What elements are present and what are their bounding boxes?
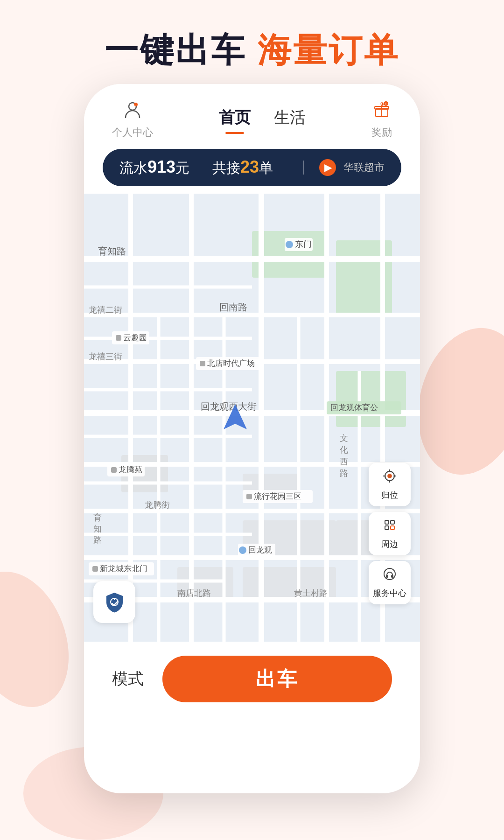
service-label: 服务中心 (373, 588, 406, 599)
svg-text:流行花园三区: 流行花园三区 (254, 492, 301, 501)
svg-text:回龙观: 回龙观 (248, 546, 272, 554)
stats-arrow[interactable]: ▶ (319, 159, 336, 176)
person-icon: + (124, 101, 141, 123)
svg-text:化: 化 (340, 445, 348, 455)
svg-text:文: 文 (340, 434, 348, 443)
tab-life-underline (280, 132, 299, 134)
personal-label: 个人中心 (112, 126, 153, 140)
svg-point-72 (239, 546, 246, 554)
svg-rect-92 (386, 575, 388, 578)
tab-home[interactable]: 首页 (219, 107, 251, 134)
nav-tabs: 首页 生活 (219, 107, 306, 134)
svg-rect-87 (385, 520, 389, 524)
title-orange: 海量订单 (258, 31, 399, 69)
svg-rect-51 (200, 361, 205, 366)
stats-divider (303, 161, 304, 175)
bottom-bar: 模式 出车 (84, 642, 420, 716)
svg-rect-88 (391, 520, 394, 524)
svg-marker-79 (224, 404, 247, 429)
map-side-buttons: 归位 周边 (369, 463, 411, 604)
svg-rect-48 (116, 335, 121, 341)
nearby-label: 周边 (381, 539, 398, 550)
svg-text:黄土村路: 黄土村路 (294, 588, 328, 598)
map-area: 育知路 回南路 东门 龙禧二街 云趣园 北店时代广场 龙禧三街 回龙观西大街 回… (84, 194, 420, 642)
svg-text:新龙城东北门: 新龙城东北门 (100, 564, 147, 573)
svg-rect-10 (336, 371, 406, 427)
reward-label: 奖励 (371, 126, 392, 140)
svg-text:+: + (134, 104, 136, 106)
tab-life[interactable]: 生活 (274, 107, 306, 134)
svg-text:龙腾街: 龙腾街 (145, 500, 170, 510)
shield-button[interactable] (93, 581, 135, 623)
stats-revenue: 流水913元 (119, 157, 201, 178)
page-title: 一键出车 海量订单 (0, 28, 504, 73)
locate-icon (382, 469, 397, 487)
nav-reward[interactable]: ! 奖励 (371, 101, 392, 140)
gift-icon: ! (373, 101, 391, 123)
svg-point-44 (286, 241, 293, 248)
svg-rect-75 (92, 566, 98, 572)
svg-text:!: ! (385, 102, 386, 105)
svg-rect-89 (385, 526, 389, 530)
location-marker (224, 404, 247, 431)
svg-text:回龙观体育公: 回龙观体育公 (330, 403, 378, 412)
svg-text:育知路: 育知路 (98, 246, 126, 256)
svg-text:育: 育 (93, 513, 102, 522)
svg-text:路: 路 (340, 469, 348, 478)
svg-text:回南路: 回南路 (219, 302, 247, 312)
svg-text:北店时代广场: 北店时代广场 (207, 359, 255, 368)
start-button[interactable]: 出车 (162, 656, 392, 702)
nearby-button[interactable]: 周边 (369, 512, 411, 555)
stats-banner[interactable]: 流水913元 共接23单 ▶ 华联超市 (103, 149, 401, 186)
service-button[interactable]: 服务中心 (369, 561, 411, 604)
stats-banner-wrap: 流水913元 共接23单 ▶ 华联超市 (84, 149, 420, 194)
tab-home-underline (225, 132, 244, 134)
arrow-right-icon: ▶ (324, 162, 331, 173)
mode-button[interactable]: 模式 (112, 668, 144, 690)
svg-text:南店北路: 南店北路 (177, 588, 211, 598)
nearby-icon (382, 518, 397, 536)
svg-rect-69 (246, 494, 252, 499)
tab-home-label: 首页 (219, 107, 251, 128)
svg-text:云趣园: 云趣园 (123, 333, 147, 342)
phone-frame: + 个人中心 首页 生活 (84, 84, 420, 793)
stats-orders: 共接23单 (212, 157, 294, 178)
svg-rect-90 (391, 526, 394, 530)
svg-point-86 (387, 474, 392, 478)
svg-rect-93 (391, 575, 393, 578)
svg-text:知: 知 (93, 524, 102, 533)
nav-personal[interactable]: + 个人中心 (112, 101, 153, 140)
svg-text:龙腾苑: 龙腾苑 (119, 465, 142, 474)
locate-label: 归位 (381, 490, 398, 501)
nav-bar: + 个人中心 首页 生活 (84, 84, 420, 149)
nearby-store: 华联超市 (343, 161, 385, 175)
tab-life-label: 生活 (274, 107, 306, 128)
bg-blob-left (0, 558, 86, 721)
service-icon (382, 567, 397, 585)
svg-point-91 (384, 568, 395, 580)
svg-rect-62 (111, 467, 117, 473)
svg-text:龙禧二街: 龙禧二街 (89, 305, 122, 315)
svg-text:西: 西 (340, 457, 348, 466)
svg-text:东门: 东门 (295, 239, 312, 249)
title-black: 一键出车 (105, 31, 246, 69)
svg-text:龙禧三街: 龙禧三街 (89, 352, 122, 361)
start-label: 出车 (256, 666, 299, 692)
svg-text:路: 路 (93, 535, 102, 545)
locate-button[interactable]: 归位 (369, 463, 411, 506)
